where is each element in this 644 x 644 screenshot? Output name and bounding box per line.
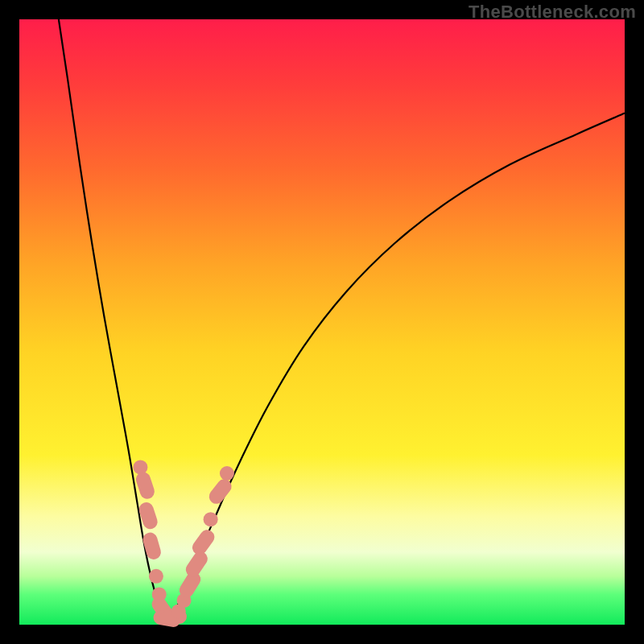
curve-right-branch (166, 114, 625, 622)
watermark-text: TheBottleneck.com (469, 2, 636, 23)
data-marker (189, 527, 217, 558)
chart-frame (19, 19, 625, 625)
marker-group (133, 460, 234, 628)
curve-left-branch (59, 19, 166, 621)
data-marker (141, 530, 163, 561)
chart-svg (19, 19, 625, 625)
data-marker (204, 512, 218, 526)
data-marker (134, 470, 157, 501)
data-marker (133, 460, 147, 474)
data-marker (220, 466, 234, 481)
data-marker (149, 569, 163, 584)
